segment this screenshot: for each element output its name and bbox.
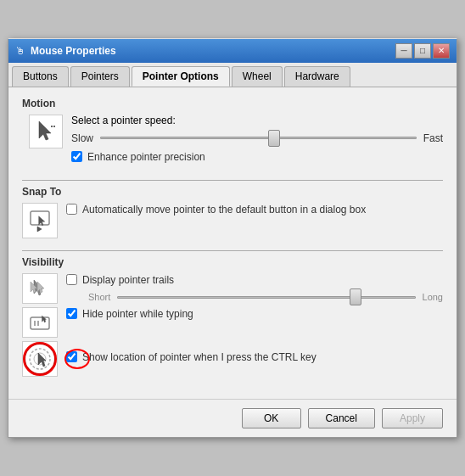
ok-button[interactable]: OK	[242, 408, 301, 428]
motion-icon-box	[29, 115, 63, 148]
svg-marker-3	[37, 227, 42, 232]
snap-to-label: Automatically move pointer to the defaul…	[82, 203, 366, 217]
trails-controls: Display pointer trails Short Long	[66, 273, 443, 305]
speed-slider-track	[100, 137, 417, 139]
trail-slider-thumb[interactable]	[350, 288, 361, 305]
enhance-precision-row: Enhance pointer precision	[71, 150, 443, 165]
speed-label: Select a pointer speed:	[71, 115, 443, 126]
window-title: Mouse Properties	[31, 45, 116, 57]
trail-length-row: Short Long	[66, 290, 443, 304]
cancel-button[interactable]: Cancel	[308, 408, 375, 428]
tab-hardware[interactable]: Hardware	[284, 66, 350, 87]
hide-typing-row: Hide pointer while typing	[22, 307, 443, 338]
snap-pointer-icon	[27, 208, 53, 233]
svg-marker-0	[39, 121, 51, 140]
tab-pointers[interactable]: Pointers	[70, 66, 130, 87]
mouse-properties-window: 🖱 Mouse Properties ─ □ ✕ Buttons Pointer…	[8, 38, 457, 439]
motion-section: Motion Select a pointer speed: Slow	[22, 98, 443, 168]
tab-pointer-options[interactable]: Pointer Options	[132, 66, 230, 87]
apply-button[interactable]: Apply	[382, 408, 443, 428]
snap-to-section: Snap To Automatically move pointer to th…	[22, 186, 443, 238]
ctrl-key-row: Show location of pointer when I press th…	[22, 341, 443, 377]
close-button[interactable]: ✕	[433, 43, 450, 59]
snap-to-body: Automatically move pointer to the defaul…	[22, 203, 443, 238]
snap-to-controls: Automatically move pointer to the defaul…	[66, 203, 443, 221]
hide-typing-controls: Hide pointer while typing	[66, 307, 443, 325]
slow-label: Slow	[71, 132, 93, 144]
motion-title: Motion	[22, 98, 443, 109]
svg-marker-7	[37, 282, 44, 293]
motion-pointer-icon	[34, 120, 58, 143]
ctrl-key-icon	[27, 346, 53, 372]
speed-slider-thumb[interactable]	[268, 130, 280, 147]
maximize-button[interactable]: □	[414, 43, 431, 59]
hide-typing-icon	[27, 312, 53, 333]
visibility-section: Visibility Display pointer trails	[22, 256, 443, 378]
trail-slider-track	[117, 296, 415, 299]
hide-typing-checkbox[interactable]	[66, 308, 77, 319]
divider-1	[22, 180, 443, 181]
fast-label: Fast	[423, 132, 443, 144]
snap-to-checkbox[interactable]	[66, 204, 77, 215]
footer: OK Cancel Apply	[8, 399, 457, 437]
hide-typing-icon-box	[22, 307, 58, 338]
display-trails-row: Display pointer trails	[66, 273, 443, 288]
ctrl-key-icon-box	[22, 341, 58, 377]
red-circle-overlay	[24, 343, 56, 375]
svg-marker-4	[39, 216, 45, 225]
motion-controls: Select a pointer speed: Slow Fast	[71, 115, 443, 168]
auto-move-row: Automatically move pointer to the defaul…	[66, 203, 443, 217]
display-trails-label: Display pointer trails	[82, 273, 174, 288]
title-bar-controls: ─ □ ✕	[395, 43, 450, 59]
trails-row: Display pointer trails Short Long	[22, 273, 443, 305]
svg-point-13	[34, 353, 46, 365]
enhance-precision-label: Enhance pointer precision	[87, 150, 205, 165]
snap-to-title: Snap To	[22, 186, 443, 198]
trails-icon	[27, 278, 53, 299]
visibility-title: Visibility	[22, 256, 443, 268]
tab-content: Motion Select a pointer speed: Slow	[8, 87, 457, 400]
minimize-button[interactable]: ─	[395, 43, 412, 59]
svg-point-12	[30, 349, 50, 369]
ctrl-key-checkbox[interactable]	[66, 351, 77, 362]
motion-body: Select a pointer speed: Slow Fast	[22, 115, 443, 168]
ctrl-key-checkbox-row: Show location of pointer when I press th…	[66, 350, 443, 365]
tab-buttons[interactable]: Buttons	[12, 66, 69, 87]
motion-inner: Select a pointer speed: Slow Fast	[29, 115, 443, 168]
trails-icon-box	[22, 273, 58, 304]
ctrl-key-label: Show location of pointer when I press th…	[82, 350, 317, 365]
ctrl-key-checkbox-wrapper	[66, 350, 77, 362]
hide-typing-label: Hide pointer while typing	[82, 307, 193, 322]
tab-wheel[interactable]: Wheel	[232, 66, 283, 87]
divider-2	[22, 250, 443, 251]
trail-slider-container[interactable]	[117, 290, 415, 304]
hide-typing-checkbox-row: Hide pointer while typing	[66, 307, 443, 322]
short-label: Short	[88, 292, 110, 302]
title-bar: 🖱 Mouse Properties ─ □ ✕	[8, 39, 457, 63]
speed-row: Slow Fast	[71, 132, 443, 145]
svg-rect-8	[31, 317, 49, 329]
enhance-precision-checkbox[interactable]	[71, 151, 82, 162]
tab-bar: Buttons Pointers Pointer Options Wheel H…	[8, 63, 457, 87]
snap-icon-box	[22, 203, 58, 238]
speed-slider-container[interactable]	[100, 132, 417, 145]
svg-marker-14	[38, 353, 46, 367]
title-bar-left: 🖱 Mouse Properties	[15, 45, 116, 57]
long-label: Long	[423, 292, 443, 302]
display-trails-checkbox[interactable]	[66, 274, 77, 285]
ctrl-key-controls: Show location of pointer when I press th…	[66, 350, 443, 368]
window-icon: 🖱	[15, 45, 25, 57]
